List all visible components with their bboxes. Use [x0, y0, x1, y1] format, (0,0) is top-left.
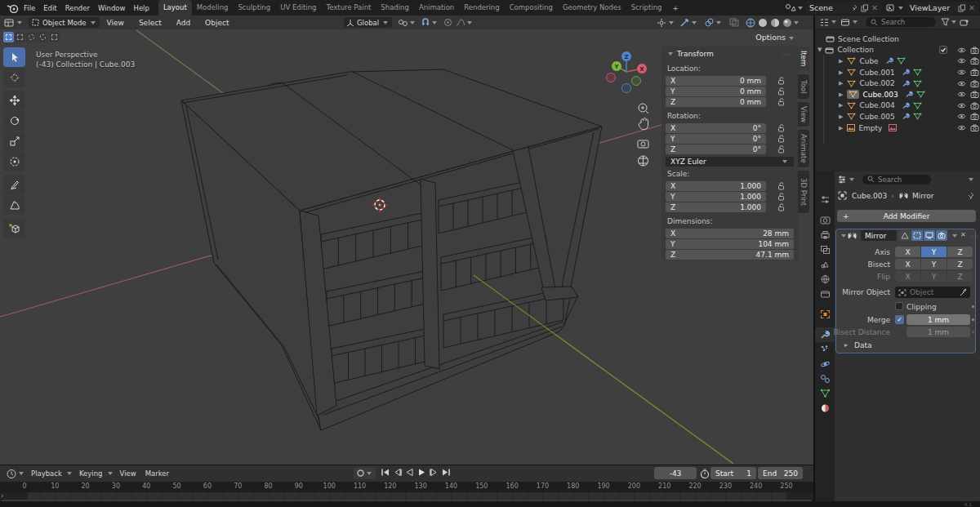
next-keyframe-button[interactable] [429, 468, 439, 477]
show-overlays-icon[interactable] [679, 18, 690, 28]
timeline-expand-arrow[interactable]: › [1, 492, 3, 500]
n-panel-tab-animate[interactable]: Animate [798, 130, 809, 167]
properties-tab-scene[interactable] [815, 257, 835, 272]
tool-add-cube-button[interactable] [3, 218, 25, 238]
axis-xyz-z[interactable]: Z [947, 247, 973, 257]
mirror-object-field[interactable]: Object [895, 287, 970, 298]
end-frame-field[interactable]: End250 [758, 467, 803, 479]
breadcrumb-object[interactable]: Cube.003 [852, 192, 887, 200]
orientation-dropdown[interactable]: Global [344, 17, 392, 28]
eye-icon[interactable] [957, 91, 966, 98]
n-panel-tab-item[interactable]: Item [798, 47, 809, 71]
eye-icon[interactable] [957, 47, 966, 54]
eyedropper-icon[interactable] [960, 288, 967, 296]
snap-target-icon[interactable] [398, 18, 408, 27]
workspace-tab-layout[interactable]: Layout [158, 0, 192, 16]
outliner-search[interactable]: Search [866, 17, 936, 27]
properties-tab-render[interactable] [815, 213, 835, 228]
rotation-z-field[interactable]: Z0° [666, 145, 766, 154]
modifier-drag-handle[interactable]: :::: [969, 233, 979, 238]
merge-checkbox[interactable]: ✓ [895, 315, 904, 324]
play-button[interactable] [416, 468, 427, 477]
lock-icon[interactable] [776, 97, 786, 107]
workspace-tab-geometry-nodes[interactable]: Geometry Nodes [558, 0, 626, 16]
panel-drag-dots[interactable]: :::: [782, 51, 791, 56]
camera-icon[interactable] [970, 47, 979, 54]
select-mode-icons[interactable] [3, 32, 60, 42]
viewport-menu-object[interactable]: Object [198, 19, 236, 27]
scale-z-field[interactable]: Z1.000 [666, 202, 766, 212]
properties-tab-collection-props[interactable] [815, 287, 835, 301]
properties-tab-world[interactable] [815, 272, 835, 287]
bisect-xyz-z[interactable]: Z [947, 259, 973, 269]
outliner-row-cube-004[interactable]: ▶Cube.004 [815, 100, 980, 112]
properties-editor-icon[interactable] [837, 175, 856, 185]
timeline-ruler[interactable]: 0102030405060708090100110120130140150160… [0, 482, 813, 492]
workspace-tab-compositing[interactable]: Compositing [505, 0, 558, 16]
play-reverse-button[interactable] [404, 468, 415, 477]
rotation-mode-dropdown[interactable]: XYZ Euler [666, 157, 794, 167]
axis-toggle[interactable]: XYZ [895, 247, 973, 257]
modifier-render-toggle[interactable] [936, 230, 947, 241]
expand-arrow[interactable]: ▶ [839, 113, 843, 120]
menu-render[interactable]: Render [61, 4, 94, 12]
scene-selector[interactable]: Scene ✕ [806, 2, 881, 14]
select-lasso-mode-icon[interactable] [38, 32, 48, 42]
shading-material-icon[interactable] [770, 18, 780, 28]
workspace-tab-sculpting[interactable]: Sculpting [233, 0, 275, 16]
properties-search[interactable]: Search [862, 175, 931, 185]
tool-transform-button[interactable] [3, 152, 25, 171]
rotation-y-field[interactable]: Y0° [666, 134, 766, 144]
properties-tab-material[interactable] [815, 401, 835, 416]
pin-icon[interactable] [851, 4, 858, 11]
shading-wireframe-icon[interactable] [746, 18, 755, 28]
options-dropdown[interactable]: Options [755, 33, 795, 42]
outliner-row-cube-001[interactable]: ▶Cube.001 [815, 67, 980, 78]
outliner-row-cube[interactable]: ▶Cube [815, 56, 980, 67]
timeline-menu-keying[interactable]: Keying [74, 469, 106, 478]
menu-file[interactable]: File [20, 4, 39, 12]
lock-icon[interactable] [776, 87, 786, 96]
bisect-toggle[interactable]: XYZ [895, 259, 973, 269]
lock-icon[interactable] [776, 76, 786, 86]
workspace-tab-uv-editing[interactable]: UV Editing [275, 0, 321, 16]
eye-icon[interactable] [957, 113, 966, 120]
properties-tab-view-layer[interactable] [815, 242, 835, 257]
remove-icon[interactable]: ✕ [969, 3, 975, 12]
select-circle-mode-icon[interactable] [26, 32, 37, 42]
properties-tab-modifiers[interactable] [815, 327, 835, 342]
copy-icon[interactable] [958, 4, 966, 12]
workspace-tab-modeling[interactable]: Modeling [192, 0, 234, 16]
shading-rendered-icon[interactable] [782, 18, 792, 28]
flip-xyz-y[interactable]: Y [921, 271, 947, 282]
camera-icon[interactable] [970, 91, 979, 98]
axis-xyz-y[interactable]: Y [921, 247, 947, 257]
timeline-editor-icon[interactable] [6, 469, 25, 479]
axis-xyz-x[interactable]: X [895, 247, 920, 257]
tool-annotate-button[interactable] [3, 175, 25, 194]
flip-toggle[interactable]: XYZ [895, 271, 973, 282]
dimensions-z-field[interactable]: Z47.1 mm [666, 250, 794, 260]
tool-cursor-button[interactable] [3, 68, 25, 87]
viewport-menu-add[interactable]: Add [169, 19, 198, 27]
n-panel-tab-tool[interactable]: Tool [798, 74, 809, 99]
current-frame-field[interactable]: -43 [654, 467, 697, 479]
dimensions-y-field[interactable]: Y104 mm [666, 239, 794, 249]
viewport-3d[interactable]: Options User Perspective (-43) Collectio… [0, 29, 813, 465]
outliner-scene-icon[interactable] [840, 18, 859, 27]
modifier-viewport-toggle[interactable] [924, 230, 935, 241]
expand-arrow[interactable]: ▶ [839, 102, 843, 109]
expand-arrow[interactable]: ▶ [839, 80, 843, 87]
bisect-distance-field[interactable]: 1 mm [906, 327, 970, 337]
lock-icon[interactable] [776, 134, 786, 144]
xray-icon[interactable] [729, 18, 739, 27]
tweak-mode-icon[interactable] [3, 32, 14, 42]
expand-arrow[interactable]: ▼ [817, 47, 822, 53]
select-paint-mode-icon[interactable] [49, 32, 60, 42]
properties-tab-constraints[interactable] [815, 371, 835, 386]
properties-tab-tool[interactable] [815, 193, 835, 207]
lock-icon[interactable] [776, 145, 786, 154]
add-modifier-button[interactable]: + Add Modifier [837, 210, 976, 222]
modifier-close-icon[interactable]: ✕ [960, 231, 966, 238]
transform-panel-header[interactable]: Transform [666, 50, 714, 58]
